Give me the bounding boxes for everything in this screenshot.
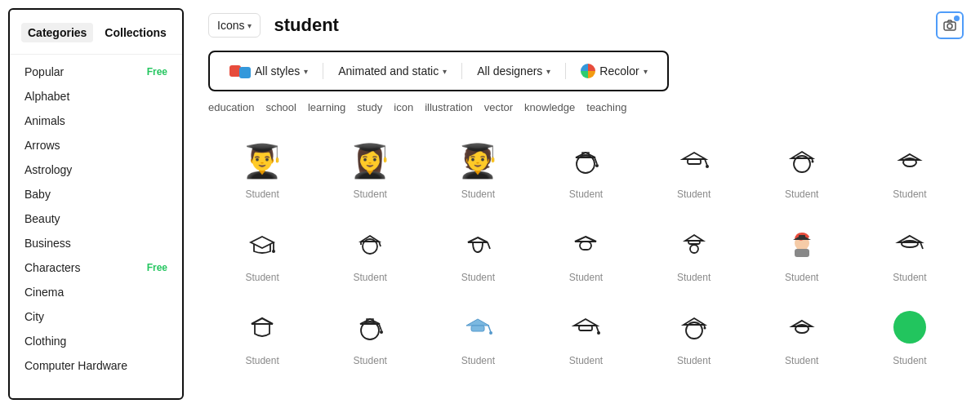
icon-cell[interactable]: Student bbox=[532, 211, 639, 295]
tag-study[interactable]: study bbox=[357, 101, 382, 113]
icon-label: Student bbox=[677, 188, 710, 200]
sidebar-item-cinema[interactable]: Cinema bbox=[10, 280, 182, 304]
visual-search-button[interactable] bbox=[936, 11, 964, 39]
icon-label: Student bbox=[569, 188, 603, 200]
svg-line-24 bbox=[488, 242, 490, 249]
icon-cell[interactable]: Student bbox=[640, 211, 748, 295]
icon-cell[interactable]: Student bbox=[316, 211, 424, 295]
sidebar-item-label: Arrows bbox=[24, 139, 60, 152]
icon-cell[interactable]: Student bbox=[532, 295, 639, 378]
sidebar-item-characters[interactable]: CharactersFree bbox=[10, 255, 182, 280]
sidebar-item-label: Cinema bbox=[24, 286, 64, 299]
tag-icon[interactable]: icon bbox=[394, 101, 413, 113]
all-styles-filter[interactable]: All styles ▾ bbox=[221, 60, 316, 82]
all-styles-label: All styles bbox=[255, 64, 300, 78]
icon-image: 👩‍🎓 bbox=[349, 140, 391, 182]
sidebar-item-label: Business bbox=[24, 237, 71, 250]
icon-image bbox=[241, 306, 283, 348]
all-designers-filter[interactable]: All designers ▾ bbox=[469, 61, 559, 81]
svg-marker-23 bbox=[468, 237, 488, 242]
tab-collections[interactable]: Collections bbox=[98, 23, 172, 42]
icon-image bbox=[564, 306, 607, 348]
svg-rect-33 bbox=[799, 235, 805, 237]
tag-vector[interactable]: vector bbox=[484, 101, 513, 113]
svg-rect-48 bbox=[579, 326, 592, 330]
sidebar-item-popular[interactable]: PopularFree bbox=[10, 60, 182, 84]
animated-label: Animated and static bbox=[338, 64, 439, 78]
icon-cell[interactable]: Student bbox=[640, 295, 748, 378]
icon-label: Student bbox=[461, 355, 495, 366]
tag-learning[interactable]: learning bbox=[308, 101, 345, 113]
icon-cell[interactable]: 🧑‍🎓Student bbox=[424, 128, 532, 211]
svg-line-49 bbox=[596, 326, 599, 332]
recolor-filter[interactable]: Recolor ▾ bbox=[572, 60, 655, 82]
icon-cell[interactable]: Student bbox=[748, 295, 856, 378]
tag-education[interactable]: education bbox=[208, 101, 254, 113]
sidebar-item-label: Computer Hardware bbox=[24, 359, 127, 372]
icon-image bbox=[781, 223, 823, 265]
icon-cell[interactable]: Student bbox=[748, 211, 856, 295]
sidebar-item-arrows[interactable]: Arrows bbox=[10, 133, 182, 157]
sidebar: Categories Collections PopularFreeAlphab… bbox=[8, 8, 184, 400]
animated-chevron-icon: ▾ bbox=[443, 67, 447, 76]
svg-marker-47 bbox=[574, 319, 597, 326]
sidebar-item-alphabet[interactable]: Alphabet bbox=[10, 84, 182, 109]
icon-cell[interactable]: Student bbox=[424, 211, 532, 295]
camera-icon bbox=[942, 18, 957, 33]
icon-label: Student bbox=[245, 355, 278, 366]
icon-cell[interactable]: Student bbox=[208, 211, 316, 295]
svg-line-14 bbox=[812, 158, 813, 161]
icon-cell[interactable]: Student bbox=[640, 128, 748, 211]
icon-cell[interactable]: Student bbox=[856, 211, 964, 295]
sidebar-item-city[interactable]: City bbox=[10, 304, 182, 329]
icon-cell[interactable]: Student bbox=[424, 295, 532, 378]
icon-cell[interactable]: Student bbox=[532, 128, 639, 211]
free-badge: Free bbox=[147, 66, 167, 78]
sidebar-item-animals[interactable]: Animals bbox=[10, 109, 182, 133]
icon-label: Student bbox=[245, 272, 278, 283]
icon-cell[interactable]: Student bbox=[856, 128, 964, 211]
tag-knowledge[interactable]: knowledge bbox=[524, 101, 575, 113]
icon-image bbox=[457, 223, 499, 265]
sidebar-item-beauty[interactable]: Beauty bbox=[10, 206, 182, 231]
svg-marker-7 bbox=[683, 153, 706, 159]
icon-label: Student bbox=[461, 272, 495, 283]
filter-divider-2 bbox=[461, 63, 462, 79]
sidebar-item-label: Clothing bbox=[24, 335, 66, 348]
tag-school[interactable]: school bbox=[265, 101, 296, 113]
icon-cell[interactable]: Student bbox=[316, 295, 424, 378]
icon-label: Student bbox=[677, 272, 710, 283]
sidebar-item-label: Baby bbox=[24, 188, 51, 201]
svg-point-41 bbox=[380, 330, 383, 334]
svg-marker-37 bbox=[252, 318, 273, 324]
icons-dropdown[interactable]: Icons ▾ bbox=[208, 13, 261, 38]
search-title: student bbox=[274, 15, 923, 36]
sidebar-header: Categories Collections bbox=[10, 18, 182, 55]
sidebar-item-baby[interactable]: Baby bbox=[10, 182, 182, 206]
icon-label: Student bbox=[785, 188, 818, 200]
icon-cell[interactable]: Student bbox=[856, 295, 964, 378]
sidebar-item-clothing[interactable]: Clothing bbox=[10, 329, 182, 353]
all-styles-icon bbox=[229, 64, 251, 78]
svg-marker-28 bbox=[685, 235, 703, 241]
tags-row: educationschoollearningstudyiconillustra… bbox=[208, 101, 964, 113]
icon-cell[interactable]: 👨‍🎓Student bbox=[208, 128, 316, 211]
sidebar-item-computer-hardware[interactable]: Computer Hardware bbox=[10, 353, 182, 378]
animated-filter[interactable]: Animated and static ▾ bbox=[330, 61, 455, 81]
sidebar-item-label: Animals bbox=[24, 114, 65, 127]
icon-cell[interactable]: Student bbox=[748, 128, 856, 211]
sidebar-item-label: Characters bbox=[24, 261, 80, 274]
icon-cell[interactable]: Student bbox=[208, 295, 316, 378]
sidebar-item-business[interactable]: Business bbox=[10, 231, 182, 255]
svg-rect-44 bbox=[471, 326, 484, 331]
main-content: Icons ▾ student All styles ▾ Animated an… bbox=[192, 0, 980, 408]
icon-image bbox=[564, 223, 607, 265]
icon-cell[interactable]: 👩‍🎓Student bbox=[316, 128, 424, 211]
sidebar-item-astrology[interactable]: Astrology bbox=[10, 157, 182, 182]
tag-teaching[interactable]: teaching bbox=[586, 101, 626, 113]
free-badge: Free bbox=[147, 262, 167, 273]
svg-point-46 bbox=[489, 331, 492, 335]
svg-point-50 bbox=[597, 331, 600, 335]
tab-categories[interactable]: Categories bbox=[21, 23, 93, 42]
tag-illustration[interactable]: illustration bbox=[425, 101, 473, 113]
